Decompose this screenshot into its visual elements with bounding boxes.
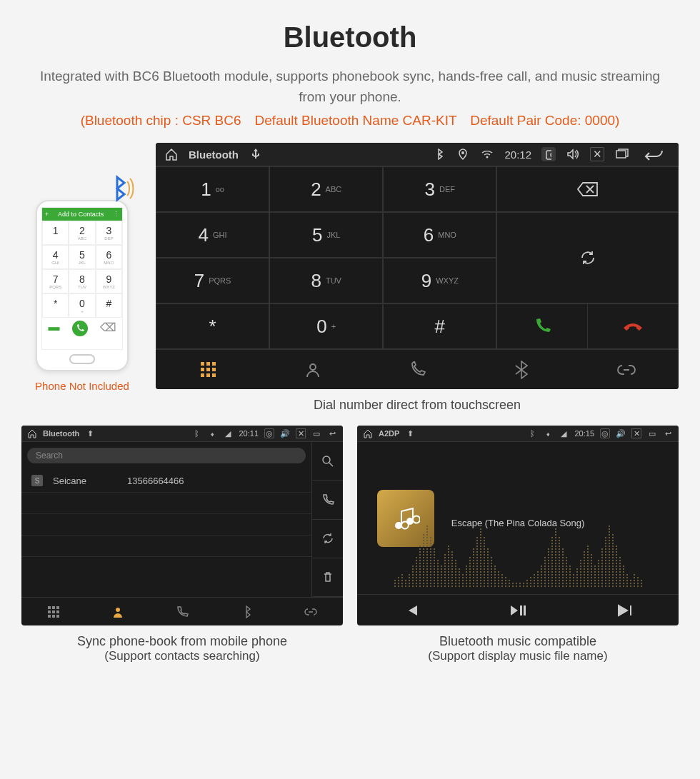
next-button[interactable] [571, 594, 679, 625]
recent-apps-icon[interactable]: ▭ [311, 428, 321, 438]
close-app-icon[interactable]: ✕ [590, 147, 604, 161]
dial-key-3[interactable]: 3DEF [383, 166, 496, 212]
hangup-button[interactable] [588, 304, 678, 348]
home-icon[interactable] [363, 428, 373, 438]
clock: 20:11 [239, 429, 259, 438]
screenshot-icon[interactable]: ◎ [600, 428, 610, 438]
dial-key-6[interactable]: 6MNO [383, 212, 496, 258]
close-app-icon[interactable]: ✕ [296, 428, 306, 438]
back-icon[interactable]: ↩ [663, 428, 673, 438]
phone-key: 5JKL [69, 245, 95, 269]
svg-point-7 [116, 608, 120, 612]
phone-key: 9WXYZ [96, 269, 122, 293]
dial-key-4[interactable]: 4GHI [156, 212, 269, 258]
call-button[interactable] [497, 304, 587, 348]
tab-contacts[interactable] [86, 597, 150, 625]
tab-bluetooth[interactable] [469, 349, 574, 389]
svg-point-0 [461, 151, 464, 154]
empty-row [21, 514, 311, 536]
location-icon [456, 147, 470, 161]
screenshot-icon[interactable] [541, 147, 556, 161]
tab-dialpad[interactable] [21, 597, 86, 625]
svg-rect-10 [520, 605, 522, 615]
dial-key-2[interactable]: 2ABC [269, 166, 383, 212]
phone-key: 0+ [69, 293, 95, 318]
next-icon [617, 604, 633, 617]
close-app-icon[interactable]: ✕ [631, 428, 641, 438]
play-pause-button[interactable] [464, 594, 571, 625]
recent-apps-icon[interactable] [614, 147, 629, 161]
dial-key-8[interactable]: 8TUV [269, 258, 383, 303]
svg-rect-4 [616, 151, 626, 158]
play-pause-icon [509, 604, 526, 617]
tab-bluetooth[interactable] [214, 597, 279, 625]
headunit-phonebook: Bluetooth ⬆ ᛒ ⬧ ◢ 20:11 ◎ 🔊 ✕ ▭ ↩ Search… [21, 426, 343, 625]
tab-pair[interactable] [279, 597, 343, 625]
volume-icon[interactable]: 🔊 [280, 428, 290, 438]
home-icon[interactable] [27, 428, 37, 438]
bluetooth-icon [514, 361, 529, 379]
phone-video-icon: ▬ [49, 321, 60, 336]
dialpad-icon [48, 606, 59, 618]
contact-row[interactable]: S Seicane 13566664466 [21, 469, 311, 493]
call-controls [496, 303, 679, 349]
search-input[interactable]: Search [27, 448, 306, 463]
bluetooth-status-icon [431, 147, 446, 161]
dialpad-icon [201, 362, 216, 377]
search-button[interactable] [311, 442, 343, 481]
dial-key-7[interactable]: 7PQRS [156, 258, 269, 303]
caption-line2: (Support contacts searching) [21, 649, 343, 663]
phone-icon [321, 493, 334, 506]
person-icon [111, 605, 124, 618]
tab-call-log[interactable] [150, 597, 214, 625]
phone-mock: + Add to Contacts ⋮ 12ABC3DEF4GHI5JKL6MN… [36, 200, 129, 371]
bluetooth-status-icon: ᛒ [527, 428, 537, 438]
location-icon: ⬧ [543, 428, 553, 438]
dial-key-#[interactable]: # [383, 303, 496, 349]
dial-key-5[interactable]: 5JKL [269, 212, 383, 258]
phone-icon [409, 361, 426, 378]
phone-key: 8TUV [69, 269, 95, 293]
home-icon[interactable] [164, 147, 179, 161]
app-title: Bluetooth [43, 429, 79, 438]
volume-icon[interactable] [566, 147, 580, 161]
music-statusbar: A2DP ⬆ ᛒ ⬧ ◢ 20:15 ◎ 🔊 ✕ ▭ ↩ [357, 426, 679, 442]
sync-button[interactable] [311, 520, 343, 558]
music-caption: Bluetooth music compatible (Support disp… [357, 634, 679, 663]
delete-button[interactable] [311, 558, 343, 597]
dial-key-*[interactable]: * [156, 303, 269, 349]
backspace-icon [577, 181, 599, 197]
bluetooth-signal-icon [109, 174, 137, 206]
search-icon [321, 455, 334, 468]
call-button[interactable] [311, 481, 343, 519]
caption-line2: (Support display music file name) [357, 649, 679, 663]
tab-dialpad[interactable] [156, 349, 260, 389]
wifi-icon [480, 147, 494, 161]
prev-button[interactable] [357, 594, 464, 625]
redial-button[interactable] [496, 212, 679, 303]
phone-answer-icon [533, 317, 551, 336]
backspace-button[interactable] [496, 166, 679, 212]
headunit-music: A2DP ⬆ ᛒ ⬧ ◢ 20:15 ◎ 🔊 ✕ ▭ ↩ Escape (The… [357, 426, 679, 625]
app-title: A2DP [379, 429, 399, 438]
tab-call-log[interactable] [365, 349, 469, 389]
screenshot-icon[interactable]: ◎ [264, 428, 274, 438]
bluetooth-status-icon: ᛒ [191, 428, 201, 438]
clock: 20:12 [504, 149, 531, 161]
phone-hangup-icon [622, 319, 644, 333]
empty-row [21, 493, 311, 514]
empty-row [21, 536, 311, 557]
dial-key-9[interactable]: 9WXYZ [383, 258, 496, 303]
svg-point-1 [486, 156, 489, 159]
phone-key: 4GHI [42, 245, 69, 269]
tab-contacts[interactable] [260, 349, 364, 389]
tab-pair[interactable] [574, 349, 679, 389]
dial-key-0[interactable]: 0+ [269, 303, 383, 349]
visualizer [357, 523, 679, 587]
phone-key: 1 [42, 221, 69, 245]
dial-key-1[interactable]: 1oo [156, 166, 269, 212]
back-icon[interactable]: ↩ [327, 428, 337, 438]
recent-apps-icon[interactable]: ▭ [647, 428, 657, 438]
back-icon[interactable] [639, 147, 670, 161]
volume-icon[interactable]: 🔊 [616, 428, 626, 438]
